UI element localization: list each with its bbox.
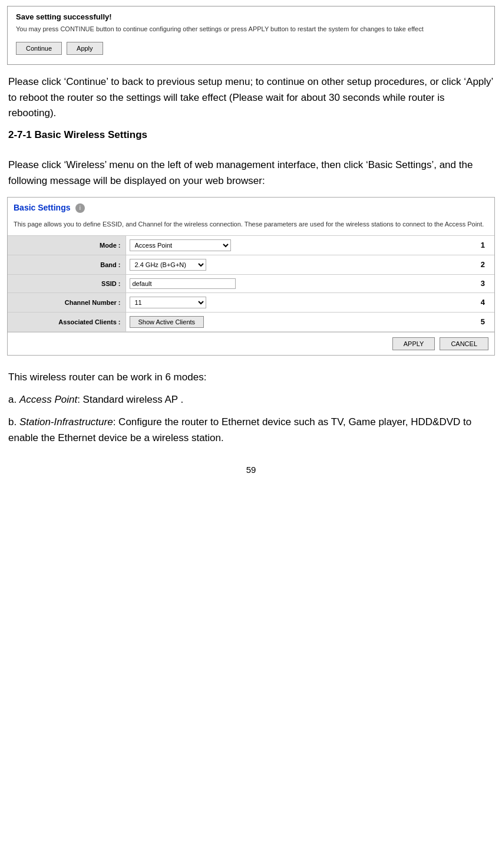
row-num-2: 2 bbox=[465, 255, 494, 274]
ssid-label: SSID : bbox=[8, 274, 125, 292]
panel-description: This page allows you to define ESSID, an… bbox=[8, 216, 494, 235]
channel-label: Channel Number : bbox=[8, 292, 125, 312]
table-row: SSID : 3 bbox=[8, 274, 494, 292]
associated-clients-label: Associated Clients : bbox=[8, 312, 125, 331]
page-number: 59 bbox=[0, 459, 502, 478]
panel-title: Basic Settings bbox=[14, 203, 70, 212]
table-row: Channel Number : 11 1234 5678 9101213 4 bbox=[8, 292, 494, 312]
success-body: You may press CONTINUE button to continu… bbox=[16, 25, 486, 34]
paragraph3-text: This wireless router can be work in 6 mo… bbox=[8, 370, 494, 385]
show-active-clients-button[interactable]: Show Active Clients bbox=[130, 316, 204, 328]
ssid-value[interactable] bbox=[125, 274, 465, 292]
channel-select[interactable]: 11 1234 5678 9101213 bbox=[130, 297, 206, 308]
row-num-4: 4 bbox=[465, 292, 494, 312]
mode-select[interactable]: Access Point Station-Infrastructure AP B… bbox=[130, 239, 231, 251]
band-select[interactable]: 2.4 GHz (B+G+N) 2.4 GHz (B) 2.4 GHz (G) … bbox=[130, 259, 206, 271]
table-row: Associated Clients : Show Active Clients… bbox=[8, 312, 494, 331]
channel-value[interactable]: 11 1234 5678 9101213 bbox=[125, 292, 465, 312]
band-value[interactable]: 2.4 GHz (B+G+N) 2.4 GHz (B) 2.4 GHz (G) … bbox=[125, 255, 465, 274]
panel-title-bar: Basic Settings i bbox=[8, 198, 494, 216]
apply-button-top[interactable]: Apply bbox=[67, 42, 103, 55]
panel-apply-button[interactable]: APPLY bbox=[392, 337, 435, 350]
section-heading: 2-7-1 Basic Wireless Settings bbox=[8, 129, 494, 141]
para4a-suffix: : Standard wireless AP . bbox=[77, 394, 183, 405]
paragraph1-text: Please click ‘Continue’ to back to previ… bbox=[8, 74, 494, 121]
page-wrapper: Save setting successfully! You may press… bbox=[0, 6, 502, 502]
paragraph4b: b. Station-Infrastructure: Configure the… bbox=[8, 415, 494, 446]
row-num-5: 5 bbox=[465, 312, 494, 331]
success-button-row: Continue Apply bbox=[16, 42, 486, 55]
associated-clients-value[interactable]: Show Active Clients bbox=[125, 312, 465, 331]
row-num-1: 1 bbox=[465, 235, 494, 255]
paragraph2-wrapper: Please click ‘Wireless’ menu on the left… bbox=[0, 148, 502, 189]
para4b-italic: Station-Infrastructure bbox=[19, 416, 113, 428]
paragraph4a: a. Access Point: Standard wireless AP . bbox=[8, 392, 494, 407]
row-num-3: 3 bbox=[465, 274, 494, 292]
mode-value[interactable]: Access Point Station-Infrastructure AP B… bbox=[125, 235, 465, 255]
paragraph2-text: Please click ‘Wireless’ menu on the left… bbox=[8, 157, 494, 189]
basic-settings-panel: Basic Settings i This page allows you to… bbox=[7, 197, 495, 355]
settings-table: Mode : Access Point Station-Infrastructu… bbox=[8, 235, 494, 332]
para4a-prefix: a. bbox=[8, 394, 19, 405]
intro-paragraph: Please click ‘Continue’ to back to previ… bbox=[0, 65, 502, 121]
panel-action-row: APPLY CANCEL bbox=[8, 332, 494, 355]
mode-label: Mode : bbox=[8, 235, 125, 255]
success-title: Save setting successfully! bbox=[16, 12, 486, 21]
para4a-italic: Access Point bbox=[19, 394, 77, 405]
ssid-input[interactable] bbox=[130, 278, 236, 289]
table-row: Band : 2.4 GHz (B+G+N) 2.4 GHz (B) 2.4 G… bbox=[8, 255, 494, 274]
success-banner: Save setting successfully! You may press… bbox=[7, 6, 495, 65]
continue-button[interactable]: Continue bbox=[16, 42, 62, 55]
info-icon: i bbox=[75, 203, 85, 213]
band-label: Band : bbox=[8, 255, 125, 274]
body-text-section: This wireless router can be work in 6 mo… bbox=[0, 364, 502, 459]
panel-cancel-button[interactable]: CANCEL bbox=[440, 337, 488, 350]
table-row: Mode : Access Point Station-Infrastructu… bbox=[8, 235, 494, 255]
para4b-prefix: b. bbox=[8, 416, 19, 428]
